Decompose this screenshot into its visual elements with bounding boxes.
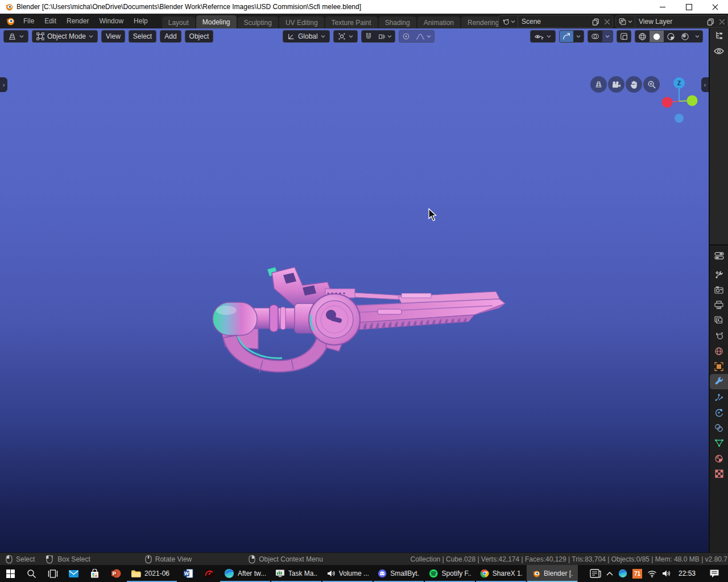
task-view-button[interactable] <box>42 565 63 582</box>
properties-tab-physics[interactable] <box>710 405 728 420</box>
add-menu[interactable]: Add <box>160 30 181 43</box>
tab-uv-editing[interactable]: UV Editing <box>279 16 324 28</box>
taskbar-item-blender[interactable]: Blender [... <box>527 565 578 582</box>
tab-texture-paint[interactable]: Texture Paint <box>325 16 378 28</box>
object-menu[interactable]: Object <box>185 30 214 43</box>
properties-tab-object[interactable] <box>710 359 728 374</box>
outliner-editor-icon[interactable] <box>714 31 723 40</box>
taskbar-search-button[interactable] <box>21 565 42 582</box>
properties-tab-modifiers[interactable] <box>710 374 728 389</box>
taskbar-item-edge[interactable]: After tw... <box>220 565 271 582</box>
clock[interactable]: 22:53 <box>679 569 696 577</box>
show-gizmos-toggle[interactable] <box>560 31 573 42</box>
properties-tab-object-data[interactable] <box>710 435 728 451</box>
word-button[interactable]: W <box>177 565 198 582</box>
menu-render[interactable]: Render <box>61 14 94 28</box>
show-overlays-toggle[interactable] <box>588 31 602 42</box>
scene-icon[interactable] <box>499 16 518 27</box>
eye-icon[interactable] <box>714 48 724 55</box>
taskbar-item-discord[interactable]: SmallByt... <box>373 565 424 582</box>
axis-y-ball[interactable] <box>687 95 698 106</box>
mail-app-button[interactable] <box>63 565 84 582</box>
scene-unlink-button[interactable] <box>602 16 613 27</box>
taskbar-item-task-manager[interactable]: Task Ma... <box>271 565 322 582</box>
wifi-icon[interactable] <box>647 570 657 577</box>
view-layer-new-copy-button[interactable] <box>705 16 717 27</box>
select-menu[interactable]: Select <box>129 30 156 43</box>
menu-edit[interactable]: Edit <box>39 14 61 28</box>
properties-tab-output[interactable] <box>710 297 728 313</box>
minimize-button[interactable] <box>650 0 676 14</box>
show-object-types-button[interactable] <box>530 30 556 43</box>
menu-help[interactable]: Help <box>129 14 153 28</box>
toolbar-expand-arrow[interactable]: › <box>0 77 7 92</box>
shading-material-button[interactable] <box>664 31 678 42</box>
taskbar-item-chrome[interactable]: ShareX 1... <box>475 565 527 582</box>
taskbar-item-folder[interactable]: 2021-06 <box>126 565 177 582</box>
tab-sculpting[interactable]: Sculpting <box>238 16 278 28</box>
3d-viewport[interactable]: Object Mode View Select Add Object Globa… <box>0 28 709 552</box>
tab-layout[interactable]: Layout <box>162 16 195 28</box>
properties-tab-material[interactable] <box>710 451 728 466</box>
pan-view-button[interactable] <box>626 76 642 93</box>
mode-select-button[interactable]: Object Mode <box>32 30 98 43</box>
powerpoint-button[interactable]: P <box>105 565 126 582</box>
camera-view-button[interactable] <box>608 76 624 93</box>
scene-new-copy-button[interactable] <box>590 16 602 27</box>
shading-wireframe-button[interactable] <box>635 31 650 42</box>
transform-orientation-button[interactable]: Global <box>283 30 330 43</box>
gauge-app-button[interactable] <box>198 565 220 582</box>
xray-toggle[interactable] <box>617 30 631 43</box>
axis-negz-ball[interactable] <box>675 114 684 123</box>
overlays-dropdown[interactable] <box>602 31 613 42</box>
menu-file[interactable]: File <box>18 14 39 28</box>
properties-tab-particles[interactable] <box>710 389 728 405</box>
proportional-edit-toggle[interactable] <box>399 31 413 42</box>
properties-tab-render[interactable] <box>710 282 728 297</box>
start-button[interactable] <box>0 565 21 582</box>
taskbar-item-spotify[interactable]: Spotify F... <box>424 565 475 582</box>
tray-edge-icon[interactable] <box>618 569 627 578</box>
close-button[interactable] <box>702 0 728 14</box>
shading-dropdown[interactable] <box>692 31 702 42</box>
properties-tab-texture[interactable] <box>710 466 728 481</box>
tab-animation[interactable]: Animation <box>417 16 460 28</box>
snap-toggle-button[interactable] <box>362 31 375 42</box>
window-controls <box>650 0 728 14</box>
view-layer-remove-button[interactable] <box>717 16 727 27</box>
properties-editor-icon[interactable] <box>710 248 728 263</box>
weapon-model[interactable] <box>208 256 510 376</box>
properties-tab-constraints[interactable] <box>710 420 728 435</box>
view-menu[interactable]: View <box>101 30 125 43</box>
proportional-falloff-button[interactable] <box>413 31 434 42</box>
tab-modeling[interactable]: Modeling <box>196 15 237 28</box>
view-layer-name[interactable]: View Layer <box>635 18 705 26</box>
shading-solid-button[interactable] <box>650 31 664 42</box>
news-widget-icon[interactable] <box>590 569 601 578</box>
blender-app-menu-icon[interactable] <box>5 16 15 26</box>
scene-name[interactable]: Scene <box>518 18 590 26</box>
tray-chevron-up-icon[interactable] <box>606 571 613 576</box>
view-layer-icon[interactable] <box>616 16 635 27</box>
snap-target-button[interactable] <box>375 31 395 42</box>
editor-type-button[interactable] <box>3 30 28 43</box>
properties-tab-scene[interactable] <box>710 328 728 343</box>
menu-window[interactable]: Window <box>94 14 129 28</box>
axis-orientation-gizmo[interactable]: Z <box>653 76 708 125</box>
tab-shading[interactable]: Shading <box>379 16 416 28</box>
taskbar-item-volume[interactable]: Volume ... <box>322 565 373 582</box>
gizmo-dropdown[interactable] <box>573 31 584 42</box>
ms-store-button[interactable] <box>84 565 105 582</box>
temp-monitor-badge[interactable]: 71 <box>632 569 642 579</box>
perspective-toggle-button[interactable] <box>590 76 607 93</box>
properties-tab-view-layer[interactable] <box>710 313 728 328</box>
properties-tab-tool[interactable] <box>710 267 728 282</box>
axis-x-ball[interactable] <box>662 97 673 108</box>
shading-rendered-button[interactable] <box>678 31 692 42</box>
properties-tab-world[interactable] <box>710 343 728 359</box>
speaker-icon[interactable] <box>662 569 671 577</box>
notification-center-button[interactable] <box>703 565 726 582</box>
pivot-point-button[interactable] <box>333 30 358 43</box>
outliner-panel[interactable] <box>710 28 728 246</box>
maximize-button[interactable] <box>676 0 702 14</box>
